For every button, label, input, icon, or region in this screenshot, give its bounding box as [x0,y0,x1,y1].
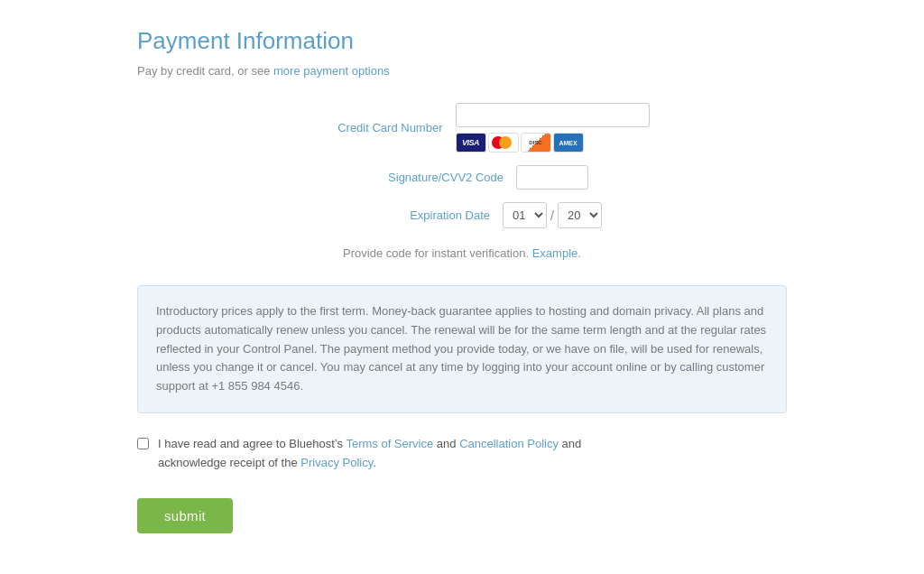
privacy-link[interactable]: Privacy Policy [300,456,373,469]
agree-text: I have read and agree to Bluehost’s Term… [158,435,581,473]
agree-prefix: I have read and agree to Bluehost’s [158,437,346,450]
cc-number-row: Credit Card Number VISA DISC AMEX [137,103,787,153]
visa-icon: VISA [456,133,486,153]
mastercard-icon [488,133,519,153]
verification-note: Provide code for instant verification. E… [137,246,787,260]
subtitle: Pay by credit card, or see more payment … [137,64,787,78]
agree-mid: and [433,437,459,450]
page-container: Payment Information Pay by credit card, … [119,0,805,560]
expiry-month-select[interactable]: 01 02 03 04 05 06 07 08 09 10 11 12 [503,202,547,228]
expiry-selects: 01 02 03 04 05 06 07 08 09 10 11 12 / 20… [503,202,602,228]
cvv-input[interactable] [516,165,588,190]
agree-checkbox[interactable] [137,438,149,449]
expiry-row: Expiration Date 01 02 03 04 05 06 07 08 … [137,202,787,228]
card-icons: VISA DISC AMEX [456,133,650,153]
terms-text: Introductory prices apply to the first t… [156,304,766,393]
cvv-label: Signature/CVV2 Code [336,171,516,184]
tos-link[interactable]: Terms of Service [346,437,433,450]
cancellation-link[interactable]: Cancellation Policy [459,437,559,450]
cvv-wrapper [516,165,588,190]
amex-icon: AMEX [553,133,584,153]
submit-button[interactable]: submit [137,498,233,533]
cc-number-label: Credit Card Number [275,121,456,134]
subtitle-text: Pay by credit card, or see [137,64,273,78]
expiry-label: Expiration Date [322,208,503,222]
more-payment-options-link[interactable]: more payment options [273,64,390,78]
cc-number-wrapper: VISA DISC AMEX [456,103,650,153]
verification-note-text: Provide code for instant verification. [343,246,529,260]
agree-end: . [373,456,376,469]
payment-form: Credit Card Number VISA DISC AMEX Signat… [137,103,787,228]
agree-row: I have read and agree to Bluehost’s Term… [137,435,787,473]
cc-number-input[interactable] [456,103,650,127]
terms-box: Introductory prices apply to the first t… [137,285,787,413]
example-link[interactable]: Example. [532,246,581,260]
discover-icon: DISC [521,133,551,153]
expiry-year-select[interactable]: 20 21 22 23 24 25 26 27 28 29 30 [558,202,602,228]
cvv-row: Signature/CVV2 Code [137,165,787,190]
expiry-slash: / [550,208,554,223]
page-title: Payment Information [137,27,787,55]
